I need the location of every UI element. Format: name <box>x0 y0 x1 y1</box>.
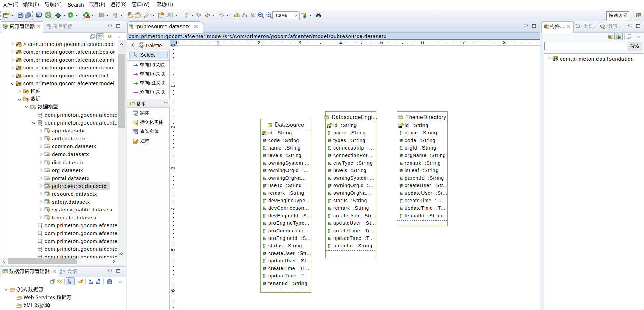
svg-text:?: ? <box>41 115 43 118</box>
svg-text:?: ? <box>41 249 43 252</box>
svg-text:?: ? <box>41 241 43 244</box>
svg-text:?: ? <box>41 123 43 126</box>
svg-text:$: $ <box>162 12 163 15</box>
svg-text:?: ? <box>41 233 43 236</box>
svg-text:?: ? <box>555 57 558 61</box>
svg-text:?: ? <box>41 225 43 228</box>
